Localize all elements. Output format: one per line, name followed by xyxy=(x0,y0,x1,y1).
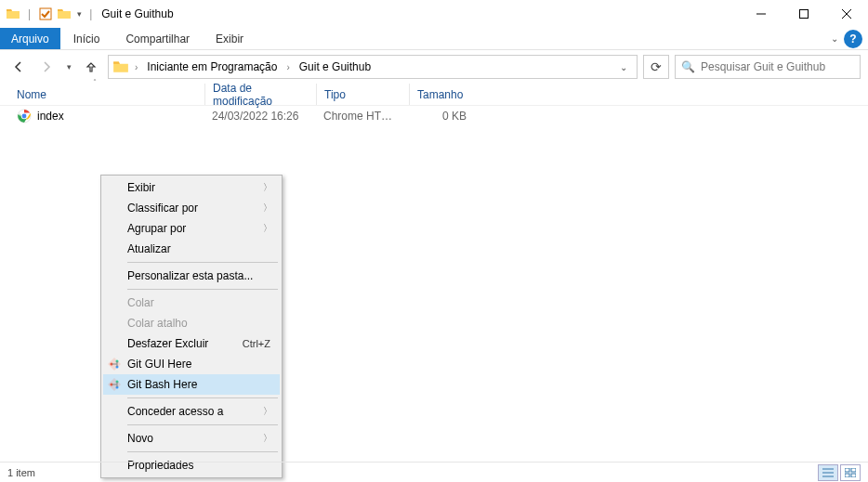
address-dropdown-icon[interactable]: ⌄ xyxy=(620,62,633,72)
chevron-right-icon[interactable]: › xyxy=(133,62,139,72)
maximize-button[interactable] xyxy=(783,0,825,28)
search-box[interactable]: 🔍 xyxy=(675,55,861,79)
view-buttons xyxy=(818,464,861,481)
menu-paste-shortcut: Colar atalho xyxy=(103,313,280,333)
back-button[interactable] xyxy=(7,56,30,78)
menu-separator xyxy=(127,451,278,452)
quick-access-toolbar: | ▾ | xyxy=(0,7,96,21)
chevron-right-icon: 〉 xyxy=(263,432,272,445)
tab-home[interactable]: Início xyxy=(60,28,113,49)
menu-paste: Colar xyxy=(103,293,280,313)
menu-group[interactable]: Agrupar por〉 xyxy=(103,218,280,239)
file-name: index xyxy=(37,110,64,123)
menu-view[interactable]: Exibir〉 xyxy=(103,177,280,198)
properties-qat-icon[interactable] xyxy=(38,7,53,21)
close-button[interactable] xyxy=(825,0,868,28)
file-type: Chrome HTML Do... xyxy=(316,110,409,123)
git-icon xyxy=(107,377,122,392)
menu-git-gui[interactable]: Git GUI Here xyxy=(103,354,280,374)
file-modified: 24/03/2022 16:26 xyxy=(204,110,316,123)
help-button[interactable]: ? xyxy=(844,30,862,48)
svg-rect-18 xyxy=(845,468,849,472)
chevron-right-icon[interactable]: › xyxy=(284,62,291,72)
column-headers: ˄ Nome Data de modificação Tipo Tamanho xyxy=(0,84,868,106)
ribbon: Arquivo Início Compartilhar Exibir ⌄ ? xyxy=(0,28,868,50)
item-count: 1 item xyxy=(7,467,35,478)
chevron-right-icon: 〉 xyxy=(263,222,272,235)
search-icon: 🔍 xyxy=(681,60,695,73)
folder-icon xyxy=(6,7,20,21)
separator: | xyxy=(28,7,31,20)
context-menu: Exibir〉 Classificar por〉 Agrupar por〉 At… xyxy=(100,175,283,478)
forward-button[interactable] xyxy=(35,56,58,78)
column-modified[interactable]: Data de modificação xyxy=(204,84,316,105)
ribbon-expand-icon[interactable]: ⌄ xyxy=(831,33,838,44)
folder-qat-icon[interactable] xyxy=(57,7,72,21)
svg-rect-2 xyxy=(800,10,809,19)
menu-separator xyxy=(127,262,278,263)
address-bar[interactable]: › Iniciante em Programação › Guit e Guit… xyxy=(108,55,638,79)
tab-share[interactable]: Compartilhar xyxy=(112,28,203,49)
chevron-right-icon: 〉 xyxy=(263,202,272,215)
chevron-right-icon: 〉 xyxy=(263,405,272,418)
menu-git-bash[interactable]: Git Bash Here xyxy=(103,374,280,395)
svg-rect-19 xyxy=(851,468,856,472)
chrome-icon xyxy=(17,109,32,124)
menu-separator xyxy=(127,289,278,290)
svg-rect-21 xyxy=(851,474,856,477)
sort-indicator-icon: ˄ xyxy=(93,78,97,86)
file-tab[interactable]: Arquivo xyxy=(0,28,60,49)
recent-dropdown-icon[interactable]: ▾ xyxy=(63,56,74,78)
svg-rect-0 xyxy=(40,8,51,20)
breadcrumb-segment[interactable]: Iniciante em Programação xyxy=(143,59,281,75)
tab-view[interactable]: Exibir xyxy=(203,28,256,49)
file-size: 0 KB xyxy=(409,110,474,123)
chevron-right-icon: 〉 xyxy=(263,181,272,194)
git-icon xyxy=(107,357,122,371)
details-view-button[interactable] xyxy=(818,464,838,481)
titlebar: | ▾ | Guit e Guithub xyxy=(0,0,868,28)
icons-view-button[interactable] xyxy=(840,464,861,481)
menu-customize-folder[interactable]: Personalizar esta pasta... xyxy=(103,266,280,286)
menu-separator xyxy=(127,397,278,398)
menu-new[interactable]: Novo〉 xyxy=(103,428,280,449)
svg-point-8 xyxy=(22,114,27,119)
column-name[interactable]: Nome xyxy=(9,84,204,105)
up-button[interactable] xyxy=(80,56,102,78)
column-size[interactable]: Tamanho xyxy=(409,84,474,105)
breadcrumb-segment[interactable]: Guit e Guithub xyxy=(296,59,375,75)
shortcut-label: Ctrl+Z xyxy=(243,338,270,349)
menu-grant-access[interactable]: Conceder acesso a〉 xyxy=(103,401,280,422)
refresh-button[interactable]: ⟳ xyxy=(643,55,669,79)
qat-dropdown-icon[interactable]: ▾ xyxy=(77,9,82,19)
column-type[interactable]: Tipo xyxy=(316,84,409,105)
separator: | xyxy=(89,7,92,20)
menu-separator xyxy=(127,424,278,425)
navigation-bar: ▾ › Iniciante em Programação › Guit e Gu… xyxy=(0,50,868,84)
status-bar: 1 item xyxy=(0,462,868,482)
window-title: Guit e Guithub xyxy=(101,7,173,20)
minimize-button[interactable] xyxy=(740,0,783,28)
window-controls xyxy=(740,0,868,28)
menu-sort[interactable]: Classificar por〉 xyxy=(103,198,280,218)
menu-undo-delete[interactable]: Desfazer ExcluirCtrl+Z xyxy=(103,333,280,354)
svg-rect-20 xyxy=(845,474,849,477)
file-row[interactable]: index 24/03/2022 16:26 Chrome HTML Do...… xyxy=(0,106,868,126)
menu-refresh[interactable]: Atualizar xyxy=(103,239,280,259)
file-list: index 24/03/2022 16:26 Chrome HTML Do...… xyxy=(0,106,868,126)
search-input[interactable] xyxy=(701,60,854,73)
folder-icon xyxy=(112,59,129,75)
